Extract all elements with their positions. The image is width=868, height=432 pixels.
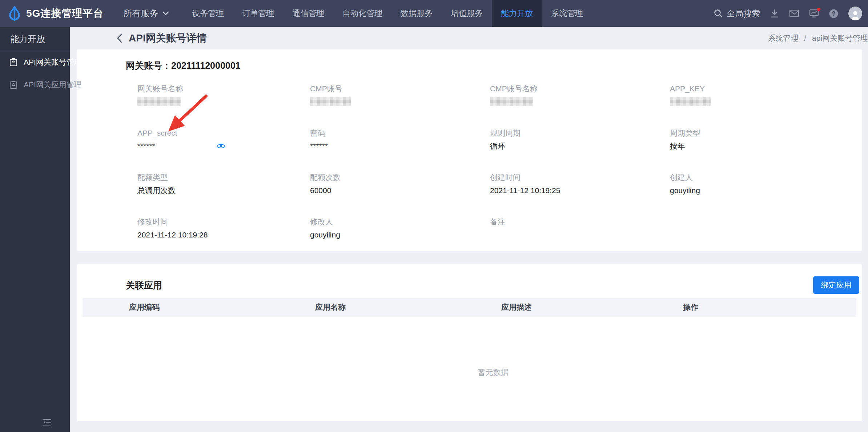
field-value: gouyiling: [670, 185, 862, 196]
help-icon[interactable]: ?: [829, 9, 839, 19]
related-apps-table: 应用编码应用名称应用描述操作 暂无数据: [83, 298, 856, 417]
table-header-cell: 应用名称: [315, 302, 501, 312]
field-value: [137, 97, 310, 106]
sidebar-item[interactable]: API网关账号管理: [0, 51, 70, 73]
bind-app-button[interactable]: 绑定应用: [813, 276, 859, 294]
mail-icon[interactable]: [789, 9, 799, 18]
detail-field: 创建时间 2021-11-12 10:19:25: [490, 173, 670, 217]
nav-item[interactable]: 数据服务: [391, 0, 442, 27]
detail-field: 规则周期 循环: [490, 128, 670, 173]
back-button[interactable]: [116, 33, 123, 43]
nav-item[interactable]: 自动化管理: [333, 0, 391, 27]
platform-logo-icon: [8, 6, 21, 21]
brand[interactable]: 5G连接管理平台: [0, 0, 107, 27]
field-value: 总调用次数: [137, 185, 310, 196]
detail-field: 创建人 gouyiling: [670, 173, 862, 217]
field-label: 修改人: [310, 217, 490, 227]
menu-fold-icon[interactable]: [43, 418, 52, 426]
download-icon[interactable]: [770, 9, 779, 18]
nav-item[interactable]: 系统管理: [542, 0, 592, 27]
detail-field: 配额类型 总调用次数: [137, 173, 310, 217]
user-avatar[interactable]: [848, 7, 862, 20]
clipboard-icon: [9, 80, 18, 89]
empty-text: 暂无数据: [478, 367, 509, 377]
field-value: gouyiling: [310, 230, 490, 240]
related-apps-card: 关联应用 绑定应用 应用编码应用名称应用描述操作 暂无数据: [77, 264, 862, 421]
field-value: 按年: [670, 141, 862, 151]
breadcrumb-parent[interactable]: 系统管理: [768, 34, 798, 42]
field-label: 周期类型: [670, 128, 862, 138]
detail-field: 备注: [490, 217, 670, 261]
table-header-cell: 应用编码: [129, 302, 315, 312]
field-value: [490, 97, 670, 106]
all-services-menu[interactable]: 所有服务: [120, 0, 173, 27]
global-search[interactable]: 全局搜索: [714, 8, 760, 19]
field-label: 修改时间: [137, 217, 310, 227]
detail-field: 密码 ******: [310, 128, 490, 173]
field-label: CMP账号: [310, 84, 490, 93]
field-value: ******: [137, 141, 310, 151]
field-value: 60000: [310, 185, 490, 196]
field-label: APP_KEY: [670, 84, 862, 93]
eye-icon[interactable]: [216, 143, 226, 150]
redacted-value: [310, 97, 351, 106]
field-label: 规则周期: [490, 128, 670, 138]
brand-title: 5G连接管理平台: [26, 7, 104, 20]
table-empty-state: 暂无数据: [83, 317, 856, 417]
nav-menu: 设备管理订单管理通信管理自动化管理数据服务增值服务能力开放系统管理: [183, 0, 592, 27]
detail-field: CMP账号: [310, 84, 490, 128]
field-label: 配额类型: [137, 173, 310, 182]
field-label: 密码: [310, 128, 490, 138]
sidebar-item-label: API网关应用管理: [24, 80, 82, 90]
detail-field: CMP账号名称: [490, 84, 670, 128]
table-header-cell: 操作: [683, 302, 856, 312]
sidebar-title: 能力开放: [0, 27, 70, 51]
fields-grid: 网关账号名称 CMP账号: [137, 84, 862, 261]
detail-field: APP_screct ******: [137, 128, 310, 173]
breadcrumb-current: api网关账号管理: [812, 34, 868, 42]
nav-item[interactable]: 订单管理: [233, 0, 283, 27]
page-title: API网关账号详情: [129, 31, 207, 45]
gateway-account-detail-card: 网关账号：20211112000001 网关账号名称: [77, 49, 862, 251]
detail-field: APP_KEY: [670, 84, 862, 128]
field-value: [670, 97, 862, 106]
field-label: 创建人: [670, 173, 862, 182]
sidebar-item-label: API网关账号管理: [24, 57, 82, 67]
page-header: API网关账号详情 系统管理 / api网关账号管理: [70, 27, 868, 49]
sidebar-item[interactable]: API网关应用管理: [0, 73, 70, 96]
nav-item[interactable]: 增值服务: [442, 0, 492, 27]
field-label: 备注: [490, 217, 670, 227]
detail-field: 修改时间 2021-11-12 10:19:28: [137, 217, 310, 261]
field-label: 创建时间: [490, 173, 670, 182]
top-navbar: 5G连接管理平台 所有服务 设备管理订单管理通信管理自动化管理数据服务增值服务能…: [0, 0, 868, 27]
field-value: [310, 97, 490, 106]
search-icon: [714, 9, 723, 18]
clipboard-icon: [9, 57, 18, 67]
nav-item[interactable]: 能力开放: [492, 0, 542, 27]
field-value: 2021-11-12 10:19:25: [490, 185, 670, 196]
global-search-label: 全局搜索: [727, 8, 760, 19]
field-value: 2021-11-12 10:19:28: [137, 230, 310, 240]
monitor-icon[interactable]: [809, 9, 819, 18]
detail-field: 配额次数 60000: [310, 173, 490, 217]
main-content: API网关账号详情 系统管理 / api网关账号管理 网关账号：20211112…: [70, 27, 868, 432]
detail-field: 网关账号名称: [137, 84, 310, 128]
field-label: 网关账号名称: [137, 84, 310, 93]
field-value: 循环: [490, 141, 670, 151]
detail-field: 修改人 gouyiling: [310, 217, 490, 261]
breadcrumb-separator: /: [804, 34, 806, 42]
nav-item[interactable]: 设备管理: [183, 0, 233, 27]
redacted-value: [137, 97, 181, 106]
breadcrumb: 系统管理 / api网关账号管理: [768, 33, 868, 43]
table-header-row: 应用编码应用名称应用描述操作: [83, 298, 856, 317]
nav-item[interactable]: 通信管理: [283, 0, 333, 27]
svg-text:?: ?: [832, 11, 836, 17]
field-label: CMP账号名称: [490, 84, 670, 93]
field-value: ******: [310, 141, 490, 151]
redacted-value: [490, 97, 533, 106]
table-header-cell: 应用描述: [501, 302, 683, 312]
notification-badge: [817, 8, 820, 11]
redacted-value: [670, 97, 711, 106]
related-apps-header: 关联应用 绑定应用: [77, 264, 862, 295]
gateway-account-title: 网关账号：20211112000001: [77, 49, 862, 72]
